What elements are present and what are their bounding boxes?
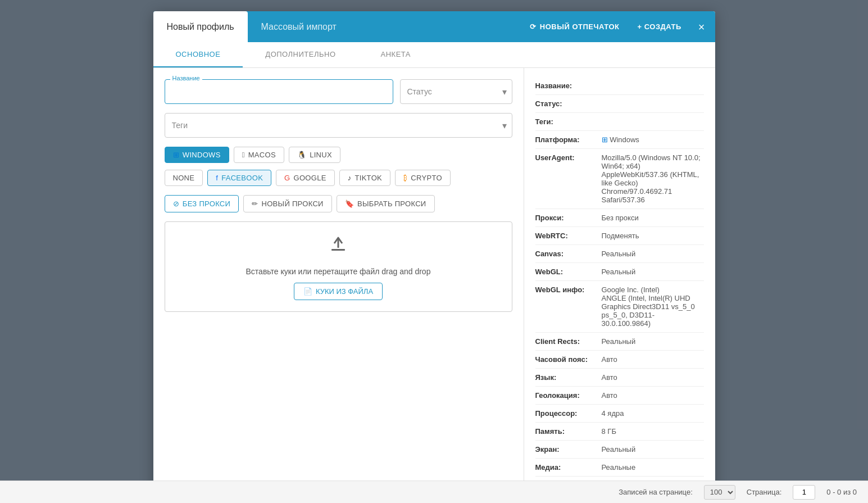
info-value-proxy: Без прокси [602,214,704,222]
no-proxy-icon: ⊘ [173,200,179,208]
info-row-proxy: Прокси: Без прокси [535,209,704,227]
info-value-useragent: Mozilla/5.0 (Windows NT 10.0; Win64; x64… [602,153,704,204]
macos-icon:  [242,151,245,159]
choose-proxy-icon: 🔖 [345,200,354,208]
info-value-screen: Реальный [602,445,704,454]
platform-btn-windows[interactable]: ⊞ WINDOWS [165,147,229,163]
records-per-page-select[interactable]: 100 50 25 [704,485,735,500]
status-select[interactable]: Статус [400,79,512,104]
platform-label-macos: MACOS [248,151,276,159]
info-label-proxy: Прокси: [535,214,597,222]
info-row-screen: Экран: Реальный [535,441,704,459]
linux-icon: 🐧 [297,151,306,159]
tags-wrapper: Теги ▾ [165,113,512,138]
cookie-file-button[interactable]: 📄 КУКИ ИЗ ФАЙЛА [294,283,383,300]
info-label-language: Язык: [535,373,597,382]
info-label-useragent: UserAgent: [535,153,597,162]
choose-proxy-label: ВЫБРАТЬ ПРОКСИ [357,200,426,208]
upload-icon [327,233,349,260]
new-proxy-label: НОВЫЙ ПРОКСИ [262,200,324,208]
info-label-processor: Процессор: [535,409,597,418]
info-row-client-rects: Client Rects: Реальный [535,333,704,351]
cookie-drop-text: Вставьте куки или перетащите файл drag a… [246,267,431,276]
proxy-btn-no-proxy[interactable]: ⊘ БЕЗ ПРОКСИ [165,195,239,212]
info-row-platform: Платформа: ⊞ Windows [535,131,704,149]
facebook-label: FACEBOOK [221,174,263,182]
info-label-tags: Теги: [535,117,597,126]
facebook-icon: f [216,174,218,182]
info-row-name: Название: [535,77,704,95]
sub-tab-additional[interactable]: ДОПОЛНИТЕЛЬНО [243,42,358,67]
name-status-row: Название Статус ▾ [165,79,512,104]
proxy-btn-new-proxy[interactable]: ✏ НОВЫЙ ПРОКСИ [243,195,332,212]
platform-label-linux: LINUX [310,151,332,159]
social-row: NONE f FACEBOOK G GOOGLE ♪ TIKTOK [165,170,512,186]
info-value-geolocation: Авто [602,391,704,400]
tab-mass-import[interactable]: Массовый импорт [248,11,350,42]
sub-tab-basic[interactable]: ОСНОВНОЕ [153,42,243,67]
file-icon: 📄 [303,287,312,296]
info-value-processor: 4 ядра [602,409,704,418]
info-label-memory: Память: [535,427,597,436]
info-value-media: Реальные [602,463,704,472]
fingerprint-icon: ⟳ [530,22,537,31]
tiktok-icon: ♪ [348,174,352,182]
platform-btn-linux[interactable]: 🐧 LINUX [289,147,340,163]
info-row-geolocation: Геолокация: Авто [535,387,704,405]
tiktok-label: TIKTOK [355,174,383,182]
info-row-canvas: Canvas: Реальный [535,245,704,263]
crypto-label: CRYPTO [411,174,442,182]
proxy-btn-choose-proxy[interactable]: 🔖 ВЫБРАТЬ ПРОКСИ [337,195,435,212]
new-fingerprint-button[interactable]: ⟳ НОВЫЙ ОТПЕЧАТОК [523,19,626,34]
info-label-screen: Экран: [535,445,597,454]
info-value-webgl: Реальный [602,268,704,276]
tab-new-profile[interactable]: Новый профиль [153,11,248,42]
platform-row: ⊞ WINDOWS  MACOS 🐧 LINUX [165,147,512,163]
info-label-canvas: Canvas: [535,250,597,258]
sub-tabs: ОСНОВНОЕ ДОПОЛНИТЕЛЬНО АНКЕТА [153,42,715,68]
info-row-memory: Память: 8 ГБ [535,423,704,441]
info-label-geolocation: Геолокация: [535,391,597,400]
platform-label-windows: WINDOWS [183,151,221,159]
google-label: GOOGLE [294,174,326,182]
no-proxy-label: БЕЗ ПРОКСИ [183,200,230,208]
sub-tab-form[interactable]: АНКЕТА [358,42,433,67]
modal-header: Новый профиль Массовый импорт ⟳ НОВЫЙ ОТ… [153,11,715,42]
info-value-language: Авто [602,373,704,382]
info-row-webgl: WebGL: Реальный [535,263,704,281]
name-label: Название [170,75,202,81]
info-row-language: Язык: Авто [535,369,704,387]
platform-windows-icon: ⊞ [602,135,608,144]
none-label: NONE [173,174,195,182]
info-row-webgl-info: WebGL инфо: Google Inc. (Intel) ANGLE (I… [535,281,704,333]
page-input[interactable] [793,485,815,500]
info-label-client-rects: Client Rects: [535,337,597,346]
cookie-drop-area: Вставьте куки или перетащите файл drag a… [165,221,512,312]
social-btn-tiktok[interactable]: ♪ TIKTOK [339,170,390,186]
name-input[interactable] [165,79,393,104]
status-select-wrapper: Статус ▾ [400,79,512,104]
right-panel: Название: Статус: Теги: Платформа: ⊞ Win… [524,68,715,503]
info-label-platform: Платформа: [535,135,597,144]
social-btn-facebook[interactable]: f FACEBOOK [207,170,271,186]
info-label-timezone: Часовой пояс: [535,355,597,364]
records-label: Записей на странице: [619,488,693,496]
info-label-webgl: WebGL: [535,268,597,276]
info-row-media: Медиа: Реальные [535,459,704,477]
social-btn-google[interactable]: G GOOGLE [276,170,335,186]
platform-btn-macos[interactable]:  MACOS [234,147,284,163]
windows-icon: ⊞ [173,151,179,159]
svg-rect-0 [331,249,345,251]
social-btn-crypto[interactable]: ₿ CRYPTO [395,170,451,186]
page-label: Страница: [747,488,782,496]
tags-select[interactable]: Теги [165,113,512,138]
info-row-status: Статус: [535,95,704,113]
info-value-timezone: Авто [602,355,704,364]
info-label-media: Медиа: [535,463,597,472]
google-icon: G [284,174,290,182]
social-btn-none[interactable]: NONE [165,170,203,186]
create-button[interactable]: + СОЗДАТЬ [631,19,688,34]
close-button[interactable]: × [693,19,711,35]
crypto-icon: ₿ [403,174,407,182]
modal-body: Название Статус ▾ Теги ▾ [153,68,715,503]
